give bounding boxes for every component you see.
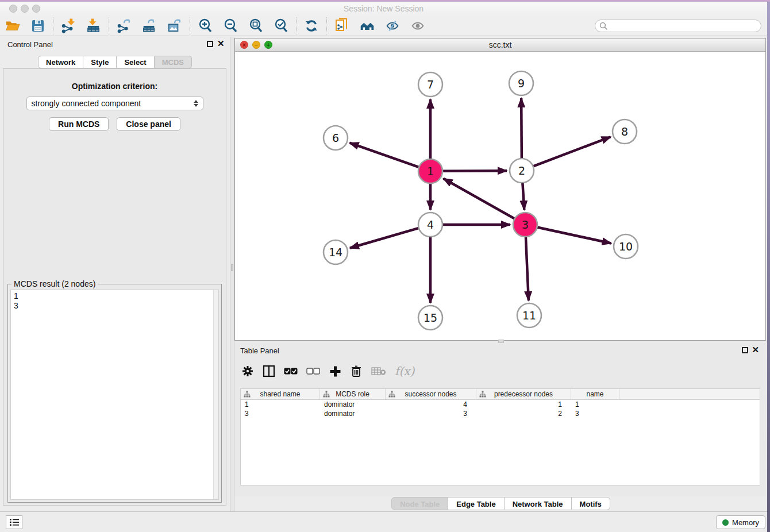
zoom-selected-button[interactable]: [274, 18, 288, 34]
edge-3-10[interactable]: [537, 227, 611, 243]
cell-shared-name: 3: [241, 409, 320, 418]
criterion-value: strongly connected component: [32, 99, 141, 108]
cell-successor-nodes: 4: [386, 400, 476, 409]
cell-MCDS-role: dominator: [320, 409, 386, 418]
toggle-panel-columns-button[interactable]: [263, 364, 275, 379]
memory-status-icon: [722, 519, 729, 526]
import-table-button[interactable]: [86, 18, 101, 34]
table-row[interactable]: 1dominator411: [241, 400, 760, 409]
zoom-fit-button[interactable]: [248, 18, 263, 34]
edge-2-8[interactable]: [533, 137, 611, 167]
network-canvas[interactable]: 7968124314101511: [235, 52, 765, 340]
network-view-titlebar[interactable]: × − + scc.txt: [235, 38, 765, 52]
edge-2-3[interactable]: [522, 182, 524, 210]
workspace: × − + scc.txt 7968124314101511: [234, 37, 767, 511]
tab-network[interactable]: Network: [38, 56, 83, 68]
node-label-10: 10: [619, 240, 633, 253]
table-tabs: Node TableEdge TableNetwork TableMotifs: [234, 497, 767, 510]
birds-eye-view-button[interactable]: [410, 18, 425, 34]
tab-node-table[interactable]: Node Table: [391, 497, 448, 510]
apply-layout-button[interactable]: [304, 18, 319, 34]
column-header-name[interactable]: name: [571, 389, 619, 399]
attribute-icon: [479, 391, 486, 398]
network-view-title: scc.txt: [235, 40, 765, 49]
run-mcds-button[interactable]: Run MCDS: [49, 117, 109, 131]
criterion-dropdown[interactable]: strongly connected component: [26, 97, 203, 110]
attribute-icon: [244, 391, 251, 398]
application-window: Session: New Session: [0, 0, 770, 532]
table-row[interactable]: 3dominator323: [241, 409, 760, 418]
split-columns-icon: [263, 365, 275, 377]
save-session-button[interactable]: [30, 18, 45, 34]
node-label-14: 14: [329, 246, 342, 259]
edge-1-2[interactable]: [442, 171, 507, 171]
delete-column-button[interactable]: [350, 364, 363, 379]
edge-3-1[interactable]: [444, 179, 515, 219]
function-builder-button[interactable]: f(x): [395, 364, 414, 379]
control-panel-header: Control Panel ✕: [0, 37, 230, 52]
toolbar-separator: [326, 17, 327, 34]
table-toolbar: f(x): [241, 361, 414, 381]
result-scrollbar[interactable]: [213, 290, 218, 499]
search-input[interactable]: [608, 22, 761, 30]
cell-predecessor-nodes: 2: [476, 409, 571, 418]
close-panel-icon[interactable]: ✕: [217, 39, 225, 48]
tab-select[interactable]: Select: [117, 56, 154, 68]
plus-icon: [329, 365, 341, 377]
tab-edge-table[interactable]: Edge Table: [448, 497, 504, 510]
edge-4-14[interactable]: [350, 228, 419, 248]
column-header-predecessor-nodes[interactable]: predecessor nodes: [476, 389, 571, 399]
delete-table-button[interactable]: [371, 364, 386, 379]
tab-style[interactable]: Style: [83, 56, 117, 68]
close-table-panel-icon[interactable]: ✕: [752, 345, 759, 354]
edge-2-9[interactable]: [521, 98, 522, 159]
clone-network-button[interactable]: [334, 18, 349, 34]
dropdown-stepper-icon: [194, 100, 198, 107]
tab-motifs[interactable]: Motifs: [572, 497, 610, 510]
float-panel-icon[interactable]: [207, 41, 213, 47]
table-panel-header: Table Panel ✕: [234, 343, 766, 358]
edge-1-6[interactable]: [350, 143, 420, 168]
network-overview-button[interactable]: [360, 18, 375, 34]
memory-button[interactable]: Memory: [716, 515, 765, 529]
import-network-button[interactable]: [61, 18, 76, 34]
column-header-shared-name[interactable]: shared name: [241, 389, 320, 399]
export-network-button[interactable]: [117, 18, 132, 34]
select-all-button[interactable]: [284, 364, 298, 379]
table-settings-button[interactable]: [241, 364, 254, 379]
import-table-icon: [86, 18, 101, 33]
float-table-panel-icon[interactable]: [742, 347, 748, 353]
toolbar-separator: [296, 17, 297, 34]
node-label-2: 2: [518, 164, 525, 177]
splitter-grip[interactable]: [231, 264, 233, 271]
node-label-8: 8: [621, 125, 628, 138]
eye-icon: [410, 18, 425, 33]
cell-name: 1: [571, 400, 619, 409]
vertical-splitter[interactable]: [230, 37, 234, 511]
export-table-button[interactable]: [142, 18, 157, 34]
mcds-result-title: MCDS result (2 nodes): [11, 279, 98, 288]
add-column-button[interactable]: [329, 364, 341, 379]
edge-3-11[interactable]: [526, 236, 529, 300]
zoom-in-button[interactable]: [198, 18, 213, 34]
column-header-successor-nodes[interactable]: successor nodes: [386, 389, 476, 399]
import-network-icon: [61, 18, 76, 33]
close-panel-button[interactable]: Close panel: [117, 117, 180, 131]
mcds-result-area[interactable]: 1 3: [10, 290, 219, 500]
node-label-3: 3: [522, 218, 529, 231]
zoom-out-button[interactable]: [223, 18, 238, 34]
toggle-graphics-details-button[interactable]: [385, 18, 400, 34]
clone-network-icon: [334, 18, 349, 34]
show-panels-button[interactable]: [6, 515, 22, 529]
list-icon: [9, 518, 20, 526]
toolbar-separator: [109, 17, 109, 34]
open-session-button[interactable]: [5, 18, 20, 34]
deselect-all-button[interactable]: [306, 364, 320, 379]
tab-network-table[interactable]: Network Table: [505, 497, 572, 510]
control-panel-tabs: NetworkStyleSelectMCDS: [0, 56, 230, 68]
column-header-MCDS-role[interactable]: MCDS role: [320, 389, 386, 399]
home-views-icon: [360, 19, 375, 33]
tab-mcds[interactable]: MCDS: [155, 56, 192, 68]
checked-boxes-icon: [284, 368, 298, 375]
export-image-button[interactable]: [167, 18, 182, 34]
